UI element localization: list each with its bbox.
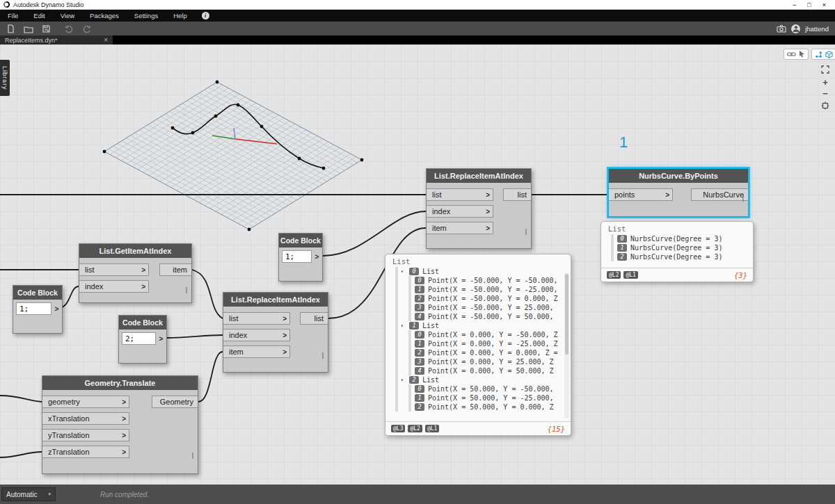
menu-help[interactable]: Help — [166, 10, 195, 22]
collapse-arrow-icon[interactable]: ▾ — [401, 268, 406, 275]
input-port-geometry[interactable]: geometry > — [42, 396, 129, 408]
camera-icon[interactable] — [777, 24, 786, 33]
open-file-icon[interactable] — [24, 24, 33, 33]
run-mode-dropdown[interactable]: Automatic ▾ — [1, 487, 56, 501]
input-port-index[interactable]: index > — [79, 280, 149, 293]
lacing-indicator[interactable]: | — [192, 452, 194, 459]
code-input[interactable]: 1; — [16, 302, 51, 315]
level-badge[interactable]: @L1 — [425, 425, 439, 432]
menu-file[interactable]: File — [0, 10, 26, 22]
output-port-list[interactable]: list — [503, 188, 531, 201]
list-group-header[interactable]: ▾ 1 List — [401, 321, 565, 330]
list-group-header[interactable]: ▾ 2 List — [401, 375, 565, 384]
node-list-replaceitematindex-2[interactable]: List.ReplaceItemAtIndex list > list inde… — [426, 168, 532, 249]
node-title[interactable]: Geometry.Translate — [42, 376, 198, 390]
menu-bar: File Edit View Packages Settings Help i — [0, 10, 835, 22]
output-port-geometry[interactable]: Geometry — [152, 396, 198, 408]
node-list-replaceitematindex-1[interactable]: List.ReplaceItemAtIndex list > list inde… — [223, 292, 328, 373]
level-badge[interactable]: @L1 — [623, 271, 637, 279]
wire[interactable] — [198, 352, 223, 402]
menu-view[interactable]: View — [53, 10, 82, 22]
menu-edit[interactable]: Edit — [26, 10, 52, 22]
input-port-ytranslation[interactable]: yTranslation > — [42, 429, 129, 441]
node-nurbscurve-bypoints[interactable]: NurbsCurve.ByPoints points > NurbsCurve … — [608, 168, 749, 217]
node-title[interactable]: NurbsCurve.ByPoints — [609, 169, 748, 183]
collapse-arrow-icon[interactable]: ▾ — [401, 377, 406, 383]
redo-icon[interactable] — [82, 24, 91, 33]
input-port-points[interactable]: points > — [609, 188, 673, 201]
input-port-ztranslation[interactable]: zTranslation > — [42, 446, 129, 458]
wire[interactable] — [0, 452, 42, 457]
lacing-indicator[interactable]: | — [322, 352, 324, 359]
menu-packages[interactable]: Packages — [82, 10, 127, 22]
output-port-arrow-icon[interactable]: > — [312, 253, 322, 261]
output-port-arrow-icon[interactable]: > — [156, 335, 166, 343]
menu-settings[interactable]: Settings — [127, 10, 166, 22]
wire[interactable] — [167, 335, 223, 338]
input-port-item[interactable]: item > — [223, 346, 290, 358]
level-badge[interactable]: @L2 — [408, 425, 422, 432]
code-input[interactable]: 2; — [122, 332, 156, 345]
node-list-getitematindex[interactable]: List.GetItemAtIndex list > item index > … — [79, 243, 192, 303]
node-title[interactable]: Code Block — [119, 316, 166, 330]
minimize-button[interactable]: – — [793, 1, 796, 8]
input-port-list[interactable]: list > — [79, 263, 149, 276]
node-code-block-1[interactable]: Code Block 1; > — [13, 285, 63, 334]
node-title[interactable]: List.GetItemAtIndex — [79, 244, 191, 258]
node-title[interactable]: List.ReplaceItemAtIndex — [427, 169, 531, 183]
maximize-button[interactable]: □ — [807, 1, 811, 8]
wire[interactable] — [0, 396, 42, 402]
input-port-index[interactable]: index > — [427, 205, 493, 218]
scrollbar-thumb[interactable] — [565, 274, 568, 355]
info-icon[interactable]: i — [202, 12, 209, 19]
node-geometry-translate[interactable]: Geometry.Translate geometry > Geometry x… — [42, 375, 198, 474]
new-file-icon[interactable] — [6, 24, 15, 33]
node-code-block-3[interactable]: Code Block 1; > — [278, 233, 323, 282]
list-item: 0Point(X = -50.000, Y = -50.000, — [415, 276, 565, 285]
zoom-fit-button[interactable] — [820, 64, 831, 75]
graph-view-icon[interactable] — [815, 51, 822, 58]
zoom-in-button[interactable]: + — [820, 76, 831, 88]
list-group-header[interactable]: ▾ 0 List — [401, 267, 565, 276]
geometry-view-icon[interactable] — [825, 51, 833, 58]
wire[interactable] — [192, 270, 223, 318]
collapse-arrow-icon[interactable]: ▾ — [401, 323, 406, 329]
user-avatar[interactable] — [791, 24, 800, 33]
view-mode-toggle-group[interactable] — [811, 49, 835, 60]
lacing-indicator[interactable]: | — [525, 228, 527, 235]
level-badge[interactable]: @L3 — [391, 425, 405, 432]
undo-icon[interactable] — [65, 24, 74, 33]
output-port-list[interactable]: list — [300, 312, 328, 325]
workspace-canvas[interactable]: Library List.GetItemAtIndex list > item … — [0, 44, 835, 485]
output-port-item[interactable]: item — [159, 263, 191, 276]
scrollbar[interactable] — [564, 273, 569, 418]
lacing-indicator[interactable]: | — [186, 286, 188, 293]
save-icon[interactable] — [42, 24, 51, 33]
zoom-out-button[interactable]: − — [820, 88, 831, 99]
tab-close-button[interactable]: × — [104, 37, 108, 44]
code-input[interactable]: 1; — [282, 250, 312, 263]
input-port-xtranslation[interactable]: xTranslation > — [42, 412, 129, 425]
preview-bubble-nurbscurves[interactable]: List 0 NurbsCurve(Degree = 3) 1 NurbsCur… — [601, 221, 754, 282]
reset-view-button[interactable] — [820, 100, 831, 111]
input-port-index[interactable]: index > — [223, 329, 290, 341]
node-code-block-2[interactable]: Code Block 2; > — [118, 315, 167, 364]
input-port-list[interactable]: list > — [427, 188, 493, 201]
port-label: list — [432, 190, 441, 199]
output-port-arrow-icon[interactable]: > — [51, 305, 62, 313]
library-panel-tab[interactable]: Library — [0, 60, 10, 96]
close-button[interactable]: × — [822, 1, 826, 8]
preview-bubble-point-lists[interactable]: List ▾ 0 List 0Point(X = -50.000, Y = -5… — [385, 254, 571, 436]
node-title[interactable]: Code Block — [279, 234, 322, 247]
username-label[interactable]: jhattend — [805, 25, 829, 33]
node-title[interactable]: Code Block — [13, 286, 62, 300]
input-port-list[interactable]: list > — [223, 312, 290, 325]
lacing-indicator[interactable]: | — [742, 195, 745, 202]
workspace-tab[interactable]: ReplaceItems.dyn* × — [0, 35, 113, 44]
level-badge[interactable]: @L2 — [607, 271, 621, 279]
canvas-tools-group[interactable] — [784, 49, 809, 60]
item-text: Point(X = 0.000, Y = 50.000, Z — [428, 367, 554, 375]
output-port-nurbscurve[interactable]: NurbsCurve — [691, 188, 748, 201]
input-port-item[interactable]: item > — [427, 222, 493, 234]
node-title[interactable]: List.ReplaceItemAtIndex — [223, 293, 328, 307]
